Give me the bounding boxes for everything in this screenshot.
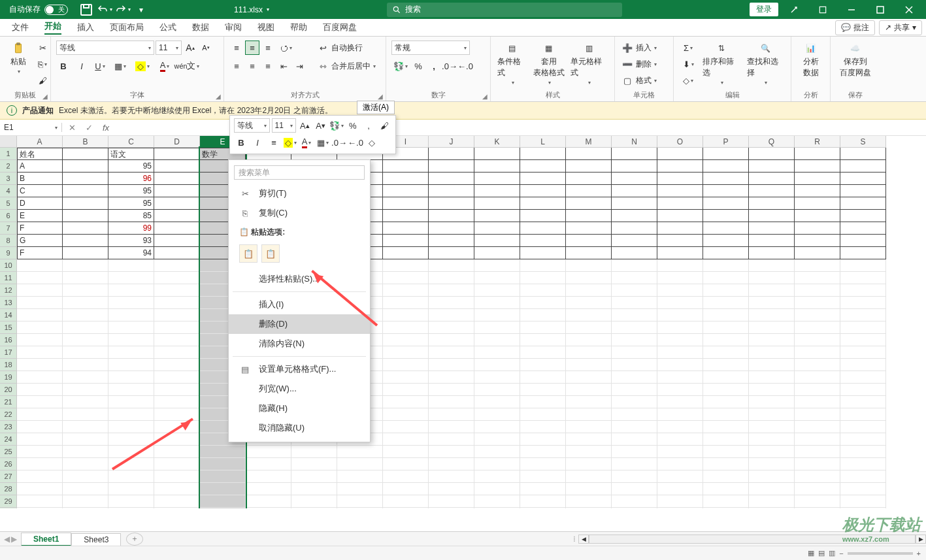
row-header[interactable]: 18 — [0, 359, 17, 371]
cell[interactable] — [657, 396, 703, 408]
column-header-M[interactable]: M — [566, 136, 612, 148]
cell[interactable] — [63, 446, 108, 458]
cell[interactable] — [520, 408, 566, 421]
table-format-button[interactable]: ▦套用 表格格式▾ — [533, 41, 565, 87]
copy-icon[interactable]: ⎘▾ — [35, 57, 50, 71]
cell[interactable] — [246, 470, 291, 483]
italic-icon[interactable]: I — [74, 59, 89, 73]
cell[interactable] — [657, 458, 703, 470]
accounting-icon[interactable]: 💱▾ — [391, 59, 410, 73]
cell[interactable] — [474, 346, 520, 359]
cell[interactable] — [429, 470, 474, 483]
cell[interactable] — [566, 396, 612, 408]
mini-fill-icon[interactable]: ◇▾ — [283, 135, 297, 150]
align-middle-icon[interactable]: ≡ — [245, 41, 259, 55]
cell[interactable] — [63, 309, 108, 321]
cell[interactable] — [749, 334, 795, 346]
autosave-toggle[interactable]: 自动保存 — [4, 3, 73, 16]
cell[interactable] — [840, 173, 886, 185]
cell[interactable] — [657, 222, 703, 235]
cell[interactable] — [840, 297, 886, 309]
mini-font-color-icon[interactable]: A▾ — [299, 135, 314, 150]
row-header[interactable]: 11 — [0, 272, 17, 284]
cell[interactable] — [383, 421, 429, 433]
cell[interactable] — [63, 421, 108, 433]
cell[interactable] — [520, 297, 566, 309]
cell[interactable]: 99 — [108, 222, 154, 235]
cell[interactable] — [703, 272, 749, 284]
format-painter-icon[interactable]: 🖌 — [35, 73, 50, 88]
menu-column-width[interactable]: 列宽(W)... — [229, 379, 370, 399]
cell[interactable] — [703, 148, 749, 160]
cell[interactable] — [612, 508, 657, 508]
cell[interactable] — [429, 334, 474, 346]
cell[interactable] — [429, 483, 474, 495]
cell[interactable] — [108, 396, 154, 408]
cell[interactable] — [429, 321, 474, 334]
cell[interactable] — [612, 259, 657, 272]
cell[interactable] — [749, 508, 795, 508]
font-size-combo[interactable]: 11▾ — [156, 41, 182, 55]
cell[interactable] — [383, 235, 429, 247]
cell[interactable] — [474, 197, 520, 210]
sort-filter-button[interactable]: ⇅排序和筛选▾ — [701, 41, 742, 87]
align-left-icon[interactable]: ≡ — [229, 59, 244, 73]
cell[interactable] — [612, 235, 657, 247]
cell[interactable] — [337, 470, 383, 483]
sheet-tab-1[interactable]: Sheet1 — [21, 533, 71, 547]
cell[interactable] — [63, 408, 108, 421]
cell[interactable] — [429, 309, 474, 321]
row-header[interactable]: 2 — [0, 160, 17, 173]
sheet-tab-3[interactable]: Sheet3 — [71, 533, 121, 546]
cell[interactable] — [200, 508, 246, 508]
cell[interactable] — [383, 508, 429, 508]
share-button[interactable]: ↗ 共享 ▾ — [879, 20, 922, 35]
cell[interactable] — [520, 470, 566, 483]
cell[interactable] — [566, 235, 612, 247]
row-header[interactable]: 30 — [0, 508, 17, 508]
cell[interactable] — [840, 160, 886, 173]
cell[interactable] — [749, 160, 795, 173]
cell[interactable] — [63, 483, 108, 495]
cell[interactable] — [795, 185, 840, 197]
align-center-icon[interactable]: ≡ — [245, 59, 259, 73]
cell[interactable] — [383, 433, 429, 446]
underline-icon[interactable]: U▾ — [93, 59, 107, 73]
cell[interactable] — [154, 458, 200, 470]
cell[interactable] — [657, 321, 703, 334]
cell[interactable] — [383, 446, 429, 458]
cell[interactable] — [749, 173, 795, 185]
cell[interactable] — [566, 408, 612, 421]
cell[interactable] — [474, 508, 520, 508]
tell-me-search[interactable]: 搜索 — [387, 3, 622, 17]
cell[interactable] — [566, 160, 612, 173]
align-right-icon[interactable]: ≡ — [261, 59, 275, 73]
cell[interactable] — [474, 210, 520, 222]
cell[interactable] — [63, 396, 108, 408]
cell[interactable]: A — [17, 160, 63, 173]
cell[interactable]: E — [17, 210, 63, 222]
cell[interactable] — [154, 160, 200, 173]
cell[interactable] — [520, 160, 566, 173]
paste-button[interactable]: 粘贴▾ — [5, 41, 31, 76]
undo-icon[interactable]: ▾ — [97, 2, 112, 18]
new-sheet-button[interactable]: ＋ — [126, 533, 143, 546]
cell[interactable] — [795, 334, 840, 346]
cell[interactable] — [703, 508, 749, 508]
cell[interactable] — [520, 396, 566, 408]
indent-increase-icon[interactable]: ⇥ — [292, 59, 306, 73]
cell[interactable] — [291, 508, 337, 508]
cell[interactable] — [749, 470, 795, 483]
cell[interactable] — [612, 185, 657, 197]
cell[interactable] — [154, 185, 200, 197]
tab-formula[interactable]: 公式 — [152, 19, 184, 36]
cell[interactable] — [520, 495, 566, 508]
cell[interactable] — [383, 272, 429, 284]
cell[interactable] — [429, 272, 474, 284]
cell[interactable] — [520, 483, 566, 495]
cell[interactable] — [612, 334, 657, 346]
row-header[interactable]: 4 — [0, 185, 17, 197]
cell[interactable] — [840, 446, 886, 458]
grow-font-icon[interactable]: A▴ — [183, 41, 197, 55]
zoom-out-icon[interactable]: − — [839, 550, 843, 557]
